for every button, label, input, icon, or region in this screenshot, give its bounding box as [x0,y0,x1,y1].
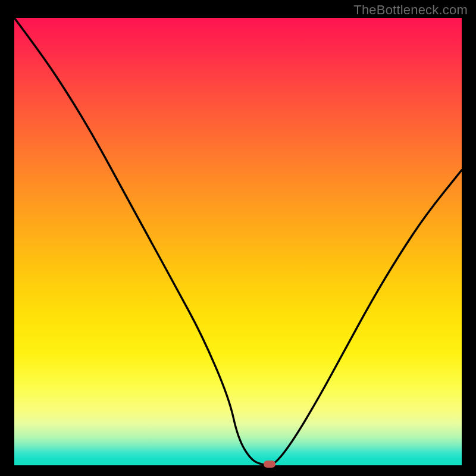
bottleneck-curve [14,18,462,465]
min-marker [264,461,275,468]
chart-frame: TheBottleneck.com [0,0,476,476]
curve-svg [14,18,462,465]
watermark-text: TheBottleneck.com [353,2,468,18]
plot-area [14,18,462,465]
